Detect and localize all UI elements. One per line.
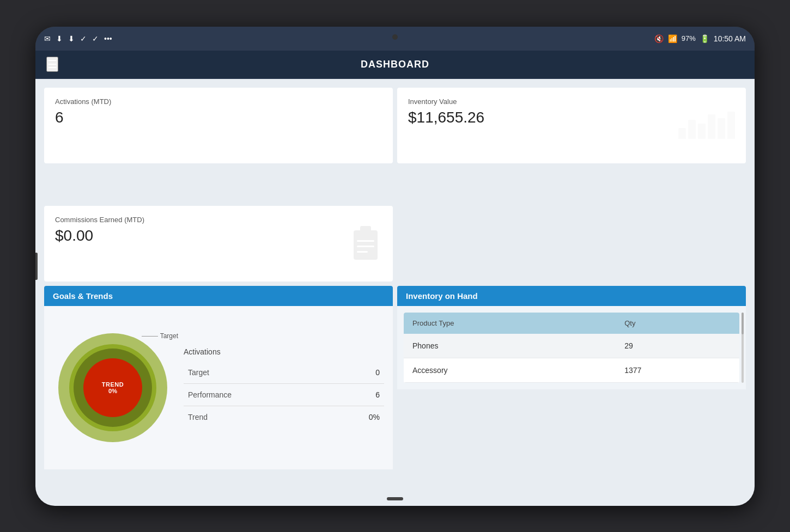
scrollbar-thumb [742,313,744,334]
status-right-icons: 🔇 📶 97% 🔋 10:50 AM [654,34,746,43]
target-row-value: 0 [375,368,380,377]
check1-icon: ✓ [80,34,87,43]
dashboard-title: DASHBOARD [361,59,429,70]
status-bar: ✉ ⬇ ⬇ ✓ ✓ ••• 🔇 📶 97% 🔋 10:50 AM [35,27,755,51]
qty-header: Qty [616,313,739,334]
accessory-type: Accessory [404,358,616,383]
accessory-qty: 1377 [616,358,739,383]
inventory-table: Product Type Qty Phones 29 Accessory 137… [404,313,739,383]
inventory-table-wrapper: Product Type Qty Phones 29 Accessory 137… [397,306,746,389]
bar-chart-icon [678,112,735,139]
table-header-row: Product Type Qty [404,313,739,334]
stats-row-performance: Performance 6 [184,384,384,406]
goals-body: Target TREND 0% [44,306,393,469]
phones-qty: 29 [616,334,739,358]
table-row: Phones 29 [404,334,739,358]
main-content: Activations (MTD) 6 Inventory Value $11,… [35,79,755,506]
wifi-icon: 📶 [668,34,677,43]
battery-icon: 🔋 [700,34,709,43]
scrollbar[interactable] [742,313,744,383]
commissions-card: Commissions Earned (MTD) $0.00 [44,206,393,282]
download1-icon: ⬇ [56,34,63,43]
menu-icon: ☰ [47,58,57,70]
commissions-value: $0.00 [55,227,382,244]
inventory-header: Inventory on Hand [397,286,746,306]
performance-row-label: Performance [188,390,232,399]
activations-label: Activations (MTD) [55,97,382,106]
inventory-section: Inventory on Hand Product Type Qty Phone… [397,286,746,497]
svg-rect-1 [360,226,371,234]
trend-row-label: Trend [188,413,208,421]
trend-row-value: 0% [369,413,380,421]
activations-value: 6 [55,109,382,126]
svg-rect-0 [354,230,378,260]
product-type-header: Product Type [404,313,616,334]
activations-section-label: Activations [184,347,384,356]
target-label: Target [142,332,178,340]
clipboard-icon [349,224,382,264]
empty-area [397,206,746,282]
bar-chart-widget [678,112,735,139]
goals-trends-section: Goals & Trends Target [44,286,393,497]
check2-icon: ✓ [92,34,99,43]
mail-icon: ✉ [44,34,51,43]
svg-rect-3 [357,246,374,247]
svg-rect-2 [357,240,374,242]
more-icon: ••• [104,34,112,43]
goals-header: Goals & Trends [44,286,393,306]
inventory-value-label: Inventory Value [408,97,735,106]
stats-row-target: Target 0 [184,362,384,384]
inventory-value-card: Inventory Value $11,655.26 [397,88,746,163]
mute-icon: 🔇 [654,34,664,43]
time-display: 10:50 AM [714,34,746,43]
hamburger-button[interactable]: ☰ [46,57,58,72]
download2-icon: ⬇ [68,34,75,43]
goals-stats-table: Activations Target 0 Performance 6 Trend… [184,347,384,428]
nav-bar: ☰ DASHBOARD [35,51,755,79]
trend-center-label: TREND 0% [102,381,124,394]
donut-chart-container: Target TREND 0% [53,328,173,448]
svg-rect-4 [357,251,368,253]
battery-pct: 97% [682,34,696,42]
status-left-icons: ✉ ⬇ ⬇ ✓ ✓ ••• [44,34,112,43]
phones-type: Phones [404,334,616,358]
activations-card: Activations (MTD) 6 [44,88,393,163]
commissions-label: Commissions Earned (MTD) [55,216,382,224]
target-row-label: Target [188,368,209,377]
table-row: Accessory 1377 [404,358,739,383]
performance-row-value: 6 [375,390,380,399]
stats-row-trend: Trend 0% [184,406,384,428]
